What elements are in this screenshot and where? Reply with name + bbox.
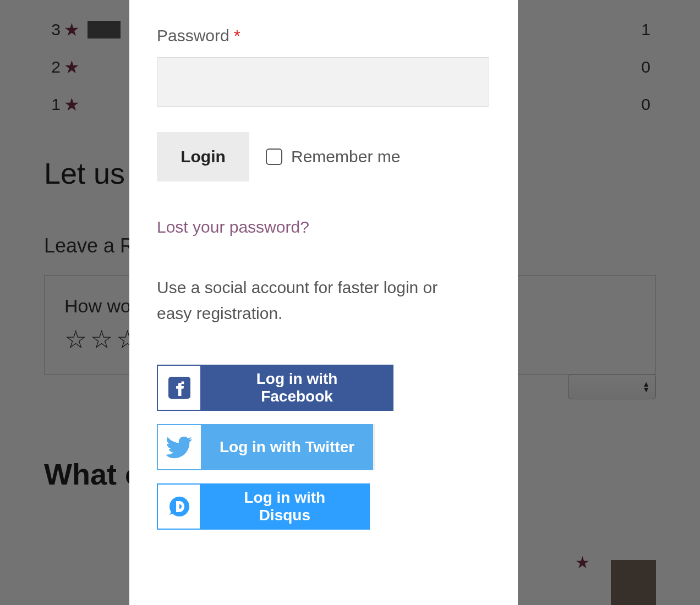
social-button-label: Log in with Twitter [201, 424, 373, 470]
password-field[interactable] [157, 57, 489, 107]
required-marker: * [234, 26, 240, 45]
password-label: Password * [157, 26, 490, 45]
login-with-twitter-button[interactable]: Log in with Twitter [157, 424, 375, 470]
password-label-text: Password [157, 26, 234, 45]
login-with-facebook-button[interactable]: Log in with Facebook [157, 365, 393, 411]
checkbox-icon [266, 148, 282, 165]
disqus-icon [157, 483, 200, 530]
login-button[interactable]: Login [157, 132, 249, 182]
remember-me-checkbox[interactable]: Remember me [266, 147, 400, 166]
social-button-label: Log in with Facebook [200, 365, 393, 411]
twitter-icon [157, 424, 201, 470]
remember-me-label: Remember me [291, 147, 400, 166]
social-login-text: Use a social account for faster login or… [157, 275, 465, 326]
login-with-disqus-button[interactable]: Log in with Disqus [157, 483, 370, 530]
login-modal: Password * Login Remember me Lost your p… [129, 0, 518, 605]
social-button-label: Log in with Disqus [200, 483, 370, 530]
social-login-buttons: Log in with Facebook Log in with Twitter… [157, 365, 490, 530]
facebook-icon [157, 365, 200, 411]
lost-password-link[interactable]: Lost your password? [157, 218, 309, 237]
